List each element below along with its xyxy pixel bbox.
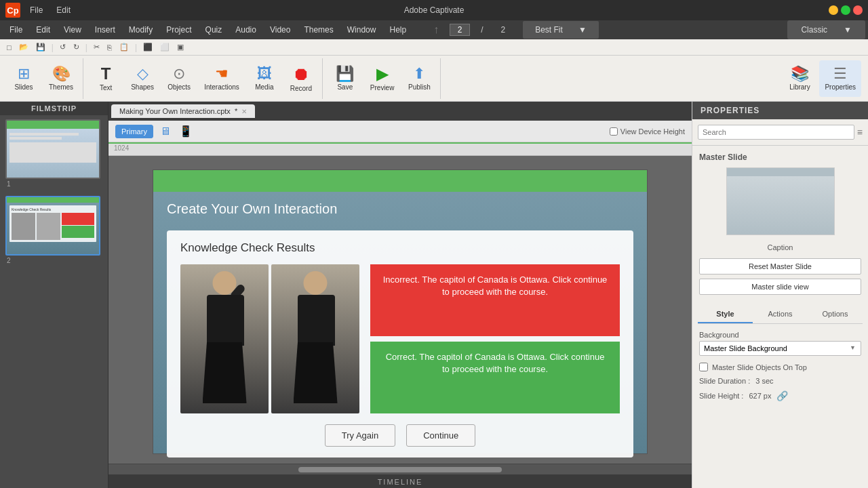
menu-project[interactable]: Project xyxy=(159,22,198,37)
actions-tab[interactable]: Actions xyxy=(753,306,808,323)
new-btn[interactable]: □ xyxy=(4,42,14,53)
menu-audio[interactable]: Audio xyxy=(229,22,263,37)
slides-button[interactable]: ⊞ Slides xyxy=(7,60,41,97)
open-btn[interactable]: 📂 xyxy=(16,41,31,53)
window-close[interactable] xyxy=(853,5,863,15)
continue-button[interactable]: Continue xyxy=(406,424,475,447)
library-button[interactable]: 📚 Library xyxy=(783,60,816,97)
background-select-wrapper: Master Slide Background xyxy=(699,341,861,356)
slides-icon: ⊞ xyxy=(18,66,30,81)
background-select[interactable]: Master Slide Background xyxy=(699,341,861,356)
menu-video[interactable]: Video xyxy=(263,22,297,37)
menu-quiz[interactable]: Quiz xyxy=(199,22,229,37)
view-height-checkbox[interactable] xyxy=(610,127,618,136)
desktop-icon[interactable]: 🖥 xyxy=(159,124,172,139)
shapes-button[interactable]: ◇ Shapes xyxy=(125,60,159,97)
properties-button[interactable]: ☰ Properties xyxy=(819,60,861,97)
fit-button[interactable]: Best Fit ▼ xyxy=(523,21,599,39)
background-row: Background Master Slide Background xyxy=(699,331,861,356)
text-button[interactable]: T Text xyxy=(89,60,123,97)
interactions-button[interactable]: ☚ Interactions xyxy=(199,60,245,97)
save-small-btn[interactable]: 💾 xyxy=(33,41,48,53)
properties-tabs: Style Actions Options xyxy=(698,306,863,324)
tab-bar: Making Your Own Interaction.cptx * ✕ xyxy=(108,102,692,121)
horizontal-scrollbar[interactable] xyxy=(108,464,692,474)
library-label: Library xyxy=(789,83,810,91)
save-button[interactable]: 💾 Save xyxy=(328,60,362,97)
media-button[interactable]: 🖼 Media xyxy=(248,60,281,97)
style-tab[interactable]: Style xyxy=(698,306,753,323)
text-icon: T xyxy=(101,66,111,82)
reset-master-button[interactable]: Reset Master Slide xyxy=(699,258,861,274)
menu-view[interactable]: View xyxy=(57,22,88,37)
options-tab[interactable]: Options xyxy=(808,306,863,323)
tablet-icon[interactable]: 📱 xyxy=(178,123,194,139)
objects-button[interactable]: ⊙ Objects xyxy=(162,60,196,97)
paste-btn[interactable]: 📋 xyxy=(117,41,132,53)
window-minimize[interactable] xyxy=(829,5,838,15)
master-objects-checkbox[interactable] xyxy=(699,363,708,371)
publish-button[interactable]: ⬆ Publish xyxy=(402,60,436,97)
slide-2-number: 2 xyxy=(5,257,102,264)
tab-close[interactable]: ✕ xyxy=(241,108,247,115)
shapes-icon: ◇ xyxy=(137,66,149,81)
redo-btn[interactable]: ↻ xyxy=(71,41,82,53)
window-maximize[interactable] xyxy=(841,5,850,15)
link-icon[interactable]: 🔗 xyxy=(776,390,788,401)
record-button[interactable]: ⏺ Record xyxy=(284,60,318,97)
slide-number-input[interactable] xyxy=(450,24,470,36)
slide-height-value: 627 px xyxy=(749,392,771,400)
device-bar: Primary 🖥 📱 View Device Height xyxy=(108,121,692,142)
master-objects-label: Master Slide Objects On Top xyxy=(712,363,807,371)
align-center-btn[interactable]: ⬜ xyxy=(157,41,172,53)
shapes-label: Shapes xyxy=(131,83,154,91)
incorrect-text: Incorrect. The capitol of Canada is Otta… xyxy=(383,274,608,297)
themes-button[interactable]: 🎨 Themes xyxy=(43,60,79,97)
properties-search-input[interactable] xyxy=(698,125,854,140)
menu-file[interactable]: File xyxy=(3,22,29,37)
slide-thumb-1[interactable]: 1 xyxy=(5,119,102,188)
properties-content: Background Master Slide Background Maste… xyxy=(692,324,868,413)
menu-edit[interactable]: Edit xyxy=(52,5,75,15)
record-icon: ⏺ xyxy=(292,65,310,83)
filmstrip-panel: FILMSTRIP 1 xyxy=(0,102,108,488)
menu-file[interactable]: File xyxy=(26,5,47,15)
slide-thumb-2[interactable]: Knowledge Check Results xyxy=(5,196,102,264)
slide-content: Create Your Own Interaction Knowledge Ch… xyxy=(153,169,648,454)
slides-label: Slides xyxy=(14,83,33,91)
properties-menu-icon[interactable]: ≡ xyxy=(857,127,863,138)
save-icon: 💾 xyxy=(336,66,354,81)
menu-help[interactable]: Help xyxy=(382,22,413,37)
active-tab[interactable]: Making Your Own Interaction.cptx * ✕ xyxy=(111,104,255,118)
nav-up[interactable]: ↑ xyxy=(427,21,446,39)
interactions-icon: ☚ xyxy=(215,66,229,81)
menu-edit[interactable]: Edit xyxy=(29,22,57,37)
classic-mode-button[interactable]: Classic ▼ xyxy=(787,20,865,39)
master-slide-title: Master Slide xyxy=(699,152,861,162)
action-buttons: Try Again Continue xyxy=(180,424,620,447)
copy-btn[interactable]: ⎘ xyxy=(104,42,115,53)
master-slide-preview xyxy=(726,167,835,235)
background-label: Background xyxy=(699,331,861,339)
menu-insert[interactable]: Insert xyxy=(88,22,122,37)
align-left-btn[interactable]: ⬛ xyxy=(140,41,155,53)
try-again-button[interactable]: Try Again xyxy=(325,424,395,447)
slide-canvas[interactable]: Create Your Own Interaction Knowledge Ch… xyxy=(108,156,692,464)
themes-label: Themes xyxy=(49,83,73,91)
master-view-button[interactable]: Master slide view xyxy=(699,279,861,295)
menu-window[interactable]: Window xyxy=(340,22,383,37)
preview-icon: ▶ xyxy=(376,66,389,82)
master-slide-section: Master Slide ▶ Caption Reset Master Slid… xyxy=(692,146,868,306)
primary-device-btn[interactable]: Primary xyxy=(115,125,153,138)
menu-modify[interactable]: Modify xyxy=(122,22,159,37)
group-btn[interactable]: ▣ xyxy=(174,41,186,53)
knowledge-check-title: Knowledge Check Results xyxy=(180,241,620,255)
menu-themes[interactable]: Themes xyxy=(297,22,340,37)
record-label: Record xyxy=(290,85,312,92)
interactions-label: Interactions xyxy=(204,83,239,91)
tab-modified: * xyxy=(235,107,237,115)
cut-btn[interactable]: ✂ xyxy=(91,41,102,53)
preview-button[interactable]: ▶ Preview xyxy=(365,60,400,97)
undo-btn[interactable]: ↺ xyxy=(57,41,68,53)
scroll-thumb[interactable] xyxy=(298,467,502,472)
